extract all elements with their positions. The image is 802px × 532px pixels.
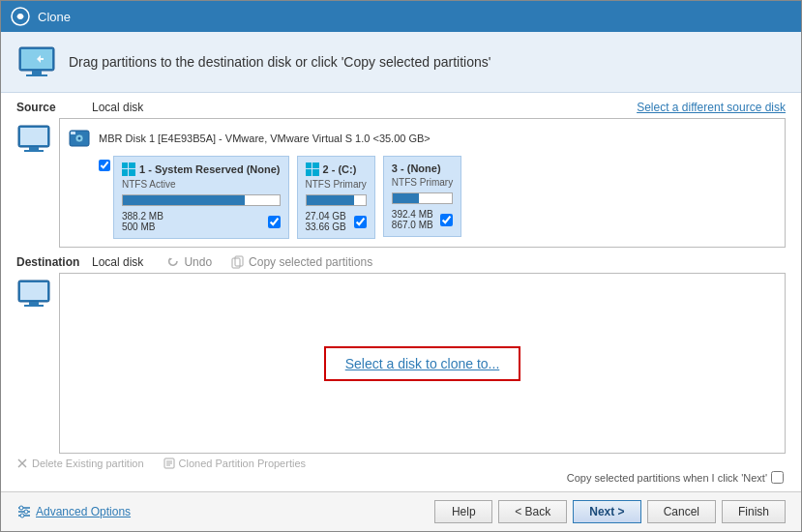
svg-rect-18 [306, 163, 312, 168]
source-disk-panel: MBR Disk 1 [E4E93B5A] - VMware, VMware V… [59, 118, 786, 248]
svg-rect-27 [24, 305, 44, 307]
advanced-options-link[interactable]: Advanced Options [16, 504, 131, 519]
instruction-bar: Drag partitions to the destination disk … [1, 32, 801, 93]
partition-1-footer-checkbox[interactable] [268, 216, 281, 228]
source-monitor-icon [16, 118, 51, 157]
svg-rect-26 [29, 302, 39, 305]
main-content: Source Local disk Select a different sou… [1, 93, 801, 491]
partition-1-name: 1 - System Reserved (None) [139, 163, 281, 175]
title-text: Clone [38, 10, 71, 24]
partition-card-2: 2 - (C:) NTFS Primary 27.04 GB 33.66 G [297, 156, 375, 239]
svg-point-1 [17, 14, 23, 19]
destination-section: Destination Local disk Undo [16, 255, 786, 484]
undo-icon [166, 255, 180, 269]
finish-button[interactable]: Finish [722, 500, 786, 523]
partition-card-1: 1 - System Reserved (None) NTFS Active 3… [113, 156, 289, 239]
partition-3-fill [393, 193, 420, 203]
select-source-link[interactable]: Select a different source disk [637, 101, 786, 114]
copy-next-label: Copy selected partitions when I click 'N… [567, 472, 767, 484]
copy-next-row: Copy selected partitions when I click 'N… [16, 471, 786, 484]
partition-1-sizes: 388.2 MB 500 MB [122, 211, 163, 232]
next-button[interactable]: Next > [573, 500, 640, 523]
destination-sublabel: Local disk [92, 255, 143, 269]
clone-window: Clone Drag partitions to the destination… [0, 0, 802, 532]
partitions-row: 1 - System Reserved (None) NTFS Active 3… [99, 156, 777, 239]
partition-2-total: 33.66 GB [306, 222, 346, 232]
partition-1-total: 500 MB [122, 222, 163, 232]
properties-icon [163, 458, 175, 469]
destination-panel: Select a disk to clone to... [59, 273, 786, 454]
properties-item: Cloned Partition Properties [163, 458, 306, 469]
partition-2-footer-checkbox[interactable] [354, 216, 367, 228]
partition-3-total: 867.0 MB [392, 220, 433, 230]
help-button[interactable]: Help [434, 500, 492, 523]
partition-1-fill [123, 195, 245, 205]
svg-point-37 [19, 506, 23, 510]
source-sublabel: Local disk [92, 101, 143, 114]
partition-1-footer: 388.2 MB 500 MB [122, 211, 281, 232]
bottom-bar: Advanced Options Help < Back Next > Canc… [1, 491, 801, 531]
svg-rect-16 [122, 169, 128, 176]
copy-partitions-button: Copy selected partitions [231, 255, 372, 269]
partition-2-used: 27.04 GB [306, 211, 346, 222]
partition-3-used: 392.4 MB [392, 209, 433, 220]
partition-1-used: 388.2 MB [122, 211, 163, 222]
svg-rect-19 [312, 163, 319, 168]
partition-2-fill [307, 195, 354, 205]
cancel-button[interactable]: Cancel [647, 500, 716, 523]
advanced-options-label: Advanced Options [36, 505, 131, 518]
svg-point-12 [78, 137, 81, 140]
svg-rect-13 [71, 132, 75, 134]
clone-title-icon [11, 7, 30, 26]
svg-rect-8 [29, 147, 39, 150]
partition-2-sizes: 27.04 GB 33.66 GB [306, 211, 346, 232]
delete-label: Delete Existing partition [32, 458, 144, 469]
partition-3-footer-checkbox[interactable] [440, 214, 453, 226]
partition-3-type: NTFS Primary [392, 177, 453, 188]
partition-1-header: 1 - System Reserved (None) [122, 163, 281, 176]
copy-icon [231, 255, 245, 269]
partition-card-3: 3 - (None) NTFS Primary 392.4 MB 867.0 [383, 156, 461, 237]
destination-label: Destination [16, 255, 84, 269]
destination-header: Destination Local disk Undo [16, 255, 786, 269]
destination-footer: Delete Existing partition Cloned Partiti… [16, 454, 786, 471]
partition-3-bar [392, 192, 453, 204]
partition-3-header: 3 - (None) [392, 163, 453, 174]
partition-1-bar [122, 194, 281, 206]
bottom-buttons: Help < Back Next > Cancel Finish [434, 500, 786, 523]
disk-info-text: MBR Disk 1 [E4E93B5A] - VMware, VMware V… [99, 133, 431, 144]
partition-3-name: 3 - (None) [392, 163, 441, 174]
partition-3-footer: 392.4 MB 867.0 MB [392, 209, 453, 230]
delete-x-icon [16, 458, 28, 469]
copy-next-checkbox[interactable] [771, 471, 784, 484]
svg-rect-5 [26, 74, 47, 76]
svg-rect-17 [129, 169, 135, 176]
svg-rect-15 [129, 163, 135, 168]
svg-rect-7 [20, 128, 47, 145]
back-button[interactable]: < Back [498, 500, 567, 523]
partition-1-type: NTFS Active [122, 179, 281, 190]
instruction-text: Drag partitions to the destination disk … [69, 54, 490, 70]
svg-rect-20 [306, 169, 312, 176]
undo-label: Undo [184, 255, 212, 269]
partition-3-sizes: 392.4 MB 867.0 MB [392, 209, 433, 230]
partition-1-checkbox[interactable] [99, 160, 110, 171]
source-label: Source [16, 101, 84, 114]
svg-rect-14 [122, 163, 128, 168]
svg-point-38 [24, 510, 28, 514]
destination-monitor-icon [16, 273, 51, 454]
title-bar: Clone [1, 1, 801, 32]
svg-rect-9 [24, 150, 44, 152]
instruction-icon [16, 42, 57, 82]
windows-icon-1 [122, 163, 135, 176]
partition-2-bar [306, 194, 367, 206]
svg-rect-21 [312, 169, 319, 176]
partition-2-type: NTFS Primary [306, 179, 367, 190]
partition-2-header: 2 - (C:) [306, 163, 367, 176]
select-disk-link[interactable]: Select a disk to clone to... [324, 346, 521, 381]
undo-button: Undo [166, 255, 212, 269]
windows-icon-2 [306, 163, 319, 176]
svg-rect-4 [32, 71, 42, 74]
dest-toolbar: Undo Copy selected partitions [166, 255, 372, 269]
properties-label: Cloned Partition Properties [179, 458, 306, 469]
